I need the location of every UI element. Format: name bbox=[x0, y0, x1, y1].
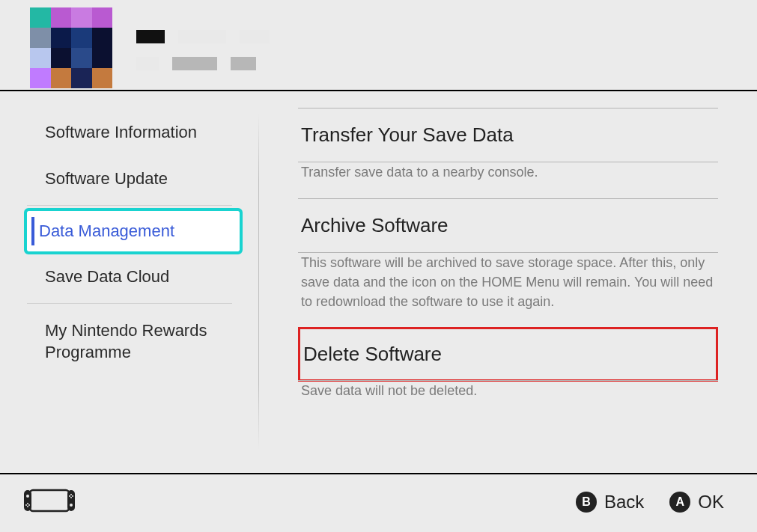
ok-label: OK bbox=[698, 492, 724, 513]
panel-archive-software[interactable]: Archive Software bbox=[298, 199, 718, 252]
sidebar-separator bbox=[27, 205, 232, 206]
sidebar-item-software-information[interactable]: Software Information bbox=[0, 109, 259, 156]
game-icon bbox=[30, 7, 112, 88]
panel-delete-software[interactable]: Delete Software bbox=[303, 343, 713, 366]
svg-point-3 bbox=[26, 495, 29, 498]
panel-transfer-save-data[interactable]: Transfer Your Save Data bbox=[298, 108, 718, 162]
panel-delete-software-highlight: Delete Software bbox=[298, 327, 718, 382]
svg-point-5 bbox=[27, 503, 28, 504]
back-button[interactable]: B Back bbox=[576, 492, 644, 513]
svg-rect-1 bbox=[24, 490, 31, 511]
game-title-placeholder bbox=[136, 7, 270, 84]
sidebar-item-save-data-cloud[interactable]: Save Data Cloud bbox=[0, 254, 259, 300]
footer-bar: B Back A OK bbox=[0, 473, 757, 530]
a-button-icon: A bbox=[669, 492, 690, 513]
sidebar-item-data-management[interactable]: Data Management bbox=[27, 211, 240, 251]
panel-delete-desc: Save data will not be deleted. bbox=[298, 381, 718, 417]
back-label: Back bbox=[604, 492, 644, 513]
svg-point-12 bbox=[72, 495, 73, 497]
svg-point-7 bbox=[25, 504, 27, 506]
svg-point-6 bbox=[27, 506, 28, 507]
svg-rect-0 bbox=[30, 490, 69, 511]
header-bar bbox=[0, 0, 757, 91]
svg-point-10 bbox=[70, 497, 72, 498]
controller-icon[interactable] bbox=[22, 489, 76, 516]
svg-point-4 bbox=[70, 504, 73, 507]
b-button-icon: B bbox=[576, 492, 597, 513]
svg-rect-2 bbox=[67, 490, 75, 511]
svg-point-11 bbox=[69, 495, 70, 497]
sidebar: Software Information Software Update Dat… bbox=[0, 91, 259, 473]
sidebar-item-my-nintendo-rewards[interactable]: My Nintendo Rewards Programme bbox=[0, 307, 259, 376]
content-area: Transfer Your Save Data Transfer save da… bbox=[259, 91, 757, 473]
svg-point-9 bbox=[70, 494, 72, 495]
sidebar-separator bbox=[27, 303, 232, 304]
svg-point-8 bbox=[28, 504, 30, 506]
ok-button[interactable]: A OK bbox=[669, 492, 724, 513]
panel-transfer-desc: Transfer save data to a nearby console. bbox=[298, 162, 718, 198]
sidebar-item-software-update[interactable]: Software Update bbox=[0, 156, 259, 202]
panel-archive-desc: This software will be archived to save s… bbox=[298, 253, 718, 328]
